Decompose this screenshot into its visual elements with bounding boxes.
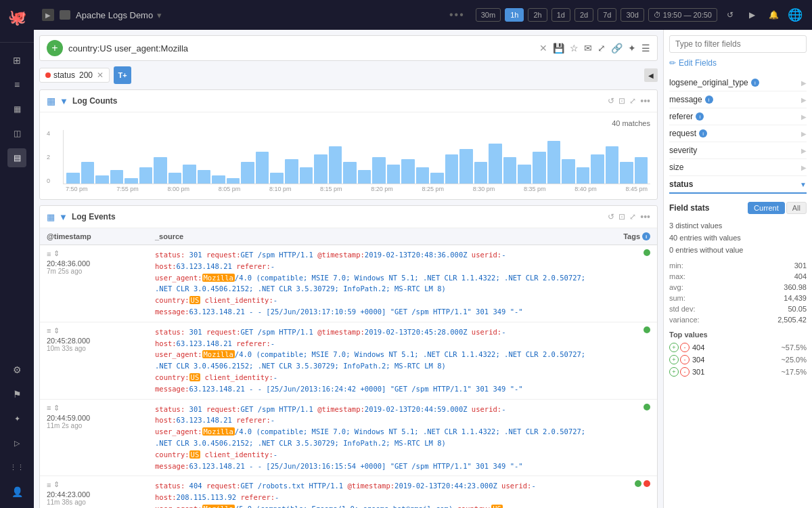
row-expand-icon[interactable]: ≡ [47, 250, 51, 258]
field-item-size[interactable]: size ▶ [669, 159, 807, 176]
sidebar-item-apps[interactable]: ⋮⋮ [7, 458, 26, 477]
filter-tag-close-icon[interactable]: ✕ [97, 70, 104, 80]
stats-tab-current[interactable]: Current [748, 202, 785, 214]
log-counts-chart: ▦ ▼ Log Counts ↺ ⊡ ⤢ ••• 40 matches [39, 89, 658, 200]
row-sort-icon[interactable]: ⇕ [53, 404, 60, 412]
integrate-icon[interactable]: ✦ [628, 43, 636, 54]
time-btn-7d[interactable]: 7d [597, 8, 616, 22]
time-btn-2d[interactable]: 2d [574, 8, 593, 22]
mail-icon[interactable]: ✉ [584, 43, 592, 54]
avatar-icon[interactable]: 🌐 [786, 6, 804, 24]
expand-icon[interactable]: ⤢ [597, 43, 606, 54]
bell-icon[interactable]: 🔔 [765, 6, 782, 24]
filter-bar: status 200 ✕ T+ ◀ [39, 66, 658, 84]
log-more-icon[interactable]: ••• [640, 211, 650, 222]
field-item-message[interactable]: message i ▶ [669, 91, 807, 108]
sidebar-item-discover[interactable]: ▤ [7, 148, 26, 167]
sidebar-toggle[interactable]: ▶ [42, 9, 54, 21]
refresh-icon[interactable]: ↺ [721, 6, 739, 24]
time-range-display[interactable]: ⏱ 19:50 — 20:50 [648, 8, 717, 22]
sidebar-item-logs[interactable]: ≡ [7, 75, 26, 94]
add-filter-button[interactable]: + [47, 40, 63, 56]
log-refresh-icon[interactable]: ↺ [608, 212, 614, 221]
bar-35 [577, 167, 590, 184]
sidebar-item-integrations[interactable]: ⚙ [7, 360, 26, 379]
top-value-exclude-btn[interactable]: - [680, 343, 690, 352]
row-expand-icon[interactable]: ≡ [47, 481, 51, 489]
chart-more-icon[interactable]: ••• [640, 96, 650, 106]
field-collapse-icon[interactable]: ▼ [800, 181, 807, 188]
status-filter-tag[interactable]: status 200 ✕ [39, 68, 110, 83]
top-value-label-2: 301 [692, 368, 778, 376]
logo[interactable]: 🐙 [6, 7, 28, 28]
field-item-referer[interactable]: referer i ▶ [669, 108, 807, 125]
log-ago-1: 10m 33s ago [47, 345, 155, 352]
bar-21 [372, 157, 386, 184]
row-sort-icon[interactable]: ⇕ [53, 480, 60, 489]
top-value-pct-0: ~57.5% [781, 343, 807, 352]
star-icon[interactable]: ☆ [570, 43, 579, 54]
field-item-status[interactable]: status ▼ [669, 176, 807, 194]
log-table-icon[interactable]: ⊡ [618, 212, 625, 221]
sidebar-item-monitor[interactable]: ◫ [7, 124, 26, 143]
filter-fields-input[interactable] [669, 35, 807, 53]
row-sort-icon[interactable]: ⇕ [53, 326, 60, 335]
x-label-10: 8:40 pm [574, 186, 597, 192]
log-ago-2: 11m 2s ago [47, 422, 155, 429]
top-value-add-btn[interactable]: + [669, 343, 679, 352]
sidebar-item-flag[interactable]: ⚑ [7, 385, 26, 404]
sidebar-item-plugins[interactable]: ✦ [7, 409, 26, 428]
edit-fields-link[interactable]: ✏ Edit Fields [669, 58, 807, 68]
top-value-exclude-btn[interactable]: - [680, 367, 690, 377]
field-item-severity[interactable]: severity ▶ [669, 142, 807, 159]
field-expand-icon[interactable]: ▶ [801, 130, 807, 137]
log-timestamp-3: 20:44:23.000 [47, 490, 155, 499]
field-item-request[interactable]: request i ▶ [669, 125, 807, 142]
row-expand-icon[interactable]: ≡ [47, 326, 51, 335]
y-label-0: 0 [47, 177, 50, 184]
top-value-add-btn[interactable]: + [669, 367, 679, 377]
time-btn-2h[interactable]: 2h [528, 8, 547, 22]
add-filter-type-button[interactable]: T+ [114, 66, 131, 84]
bar-8 [183, 165, 196, 184]
top-value-add-btn[interactable]: + [669, 355, 679, 364]
chart-refresh-icon[interactable]: ↺ [608, 96, 614, 106]
field-expand-icon[interactable]: ▶ [801, 147, 807, 154]
stats-values: min: 301 max: 404 avg: 360.98 [669, 260, 807, 325]
sidebar-item-location[interactable]: ▷ [7, 433, 26, 452]
chart-table-icon[interactable]: ⊡ [618, 96, 625, 106]
log-source-0: status: 301 request:GET /spm HTTP/1.1 @t… [155, 249, 596, 318]
save-search-icon[interactable]: 💾 [553, 43, 564, 54]
time-btn-30d[interactable]: 30d [621, 8, 644, 22]
sidebar-item-user[interactable]: 👤 [7, 482, 26, 501]
collapse-panel-icon[interactable]: ◀ [644, 68, 658, 82]
x-label-8: 8:30 pm [473, 186, 495, 192]
field-item-logsene[interactable]: logsene_original_type i ▶ [669, 75, 807, 91]
more-options-icon[interactable]: ••• [449, 9, 465, 21]
search-input[interactable] [68, 43, 534, 54]
time-btn-1d[interactable]: 1d [551, 8, 570, 22]
play-icon[interactable]: ▶ [743, 6, 761, 24]
search-clear-icon[interactable]: ✕ [539, 43, 547, 54]
field-expand-icon[interactable]: ▶ [801, 79, 807, 87]
time-btn-30m[interactable]: 30m [476, 8, 501, 22]
sidebar-item-dashboard[interactable]: ⊞ [7, 51, 26, 70]
time-btn-1h[interactable]: 1h [505, 8, 524, 22]
chart-expand-icon[interactable]: ⤢ [629, 96, 636, 106]
menu-icon[interactable]: ☰ [641, 43, 650, 54]
top-value-exclude-btn[interactable]: - [680, 355, 690, 364]
link-icon[interactable]: 🔗 [611, 43, 623, 54]
field-expand-icon[interactable]: ▶ [801, 113, 807, 121]
matches-count: 40 matches [47, 119, 650, 127]
field-expand-icon[interactable]: ▶ [801, 164, 807, 171]
field-expand-icon[interactable]: ▶ [801, 96, 807, 104]
row-expand-icon[interactable]: ≡ [47, 404, 51, 412]
field-info-icon: i [751, 79, 759, 87]
stats-tab-all[interactable]: All [786, 202, 807, 214]
sidebar-item-analytics[interactable]: ▦ [7, 100, 26, 119]
chart-header: ▦ ▼ Log Counts ↺ ⊡ ⤢ ••• [40, 90, 657, 112]
log-row: ≡ ⇕ 20:44:59.000 11m 2s ago status: 301 … [40, 400, 657, 477]
dropdown-arrow-icon[interactable]: ▾ [157, 10, 162, 20]
row-sort-icon[interactable]: ⇕ [53, 249, 60, 258]
log-expand-icon[interactable]: ⤢ [629, 212, 636, 221]
